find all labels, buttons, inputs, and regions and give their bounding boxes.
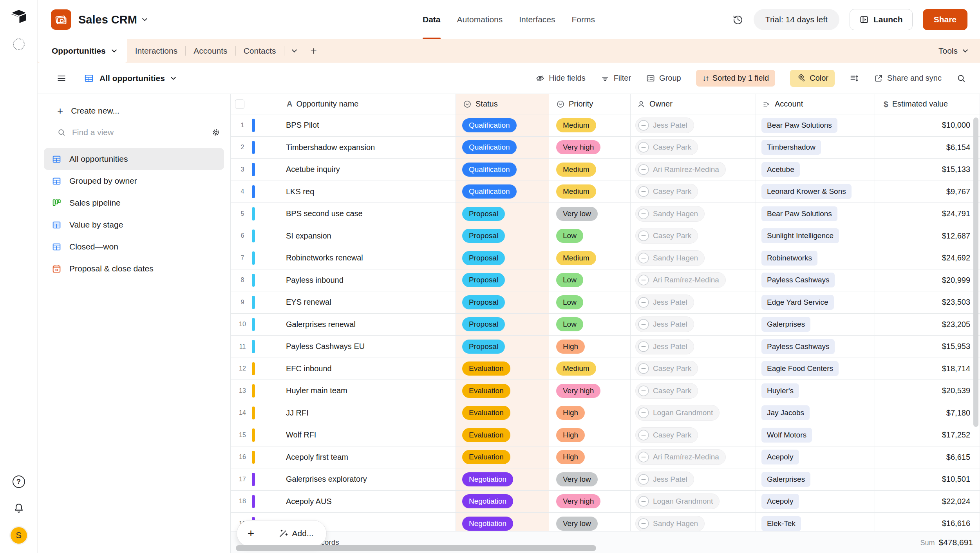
row-number-cell[interactable]: 10 [231,314,281,336]
row-number-cell[interactable]: 14 [231,402,281,424]
estimated-value-cell[interactable]: $6,615 [875,446,980,468]
status-cell[interactable]: Proposal [456,336,549,358]
opportunity-name-cell[interactable]: Payless inbound [281,269,456,291]
estimated-value-cell[interactable]: $10,501 [875,468,980,490]
account-cell[interactable]: Galerprises [756,468,875,490]
opportunity-name-cell[interactable]: Huyler main team [281,380,456,402]
table-row[interactable]: 14JJ RFIEvaluationHighLogan GrandmontJay… [231,402,980,425]
owner-cell[interactable]: Ari Ramírez-Medina [631,446,756,468]
owner-cell[interactable]: Ari Ramírez-Medina [631,269,756,291]
find-view-input[interactable]: Find a view [57,128,220,137]
share-and-sync-button[interactable]: Share and sync [874,74,942,83]
row-number-cell[interactable]: 17 [231,468,281,490]
owner-cell[interactable]: Logan Grandmont [631,402,756,424]
tab-opportunities[interactable]: Opportunities [38,39,127,63]
account-cell[interactable]: Bear Paw Solutions [756,203,875,225]
priority-cell[interactable]: Very high [549,491,631,513]
estimated-value-cell[interactable]: $10,000 [875,114,980,136]
tab-accounts[interactable]: Accounts [186,39,235,63]
status-cell[interactable]: Evaluation [456,380,549,402]
hide-fields-button[interactable]: Hide fields [535,74,585,83]
priority-cell[interactable]: Medium [549,358,631,380]
account-cell[interactable]: Payless Cashways [756,269,875,291]
status-cell[interactable]: Qualification [456,159,549,181]
vertical-scrollbar[interactable] [973,117,978,427]
user-avatar[interactable]: S [11,527,27,544]
row-number-cell[interactable]: 1 [231,114,281,136]
row-number-cell[interactable]: 7 [231,247,281,269]
sidebar-view-closed-won[interactable]: Closed—won [44,236,224,258]
horizontal-scrollbar[interactable] [236,545,596,551]
owner-cell[interactable]: Sandy Hagen [631,247,756,269]
create-new-button[interactable]: + Create new... [57,106,221,116]
opportunity-name-cell[interactable]: EFC inbound [281,358,456,380]
opportunity-name-cell[interactable]: Galerprises exploratory [281,468,456,490]
priority-cell[interactable]: High [549,402,631,424]
tools-menu[interactable]: Tools [938,39,980,63]
owner-cell[interactable]: Logan Grandmont [631,491,756,513]
priority-cell[interactable]: Low [549,291,631,313]
sort-button[interactable]: ↓↑ Sorted by 1 field [696,70,776,87]
priority-cell[interactable]: Medium [549,247,631,269]
priority-cell[interactable]: Very low [549,203,631,225]
status-cell[interactable]: Qualification [456,181,549,203]
notifications-bell-icon[interactable] [13,502,25,514]
column-header-owner[interactable]: Owner [631,94,756,114]
workspace-placeholder-ring[interactable] [13,38,25,50]
nav-tab-interfaces[interactable]: Interfaces [519,0,555,39]
owner-cell[interactable]: Casey Park [631,424,756,446]
estimated-value-cell[interactable]: $15,953 [875,336,980,358]
row-number-cell[interactable]: 16 [231,446,281,468]
sum-summary[interactable]: Sum $478,691 [920,538,973,547]
color-button[interactable]: Color [790,70,835,87]
table-row[interactable]: 6SI expansionProposalLowCasey ParkSunlig… [231,225,980,248]
opportunity-name-cell[interactable]: BPS second use case [281,203,456,225]
owner-cell[interactable]: Jess Patel [631,291,756,313]
owner-cell[interactable]: Casey Park [631,225,756,247]
owner-cell[interactable]: Casey Park [631,358,756,380]
status-cell[interactable]: Evaluation [456,424,549,446]
column-header-priority[interactable]: Priority [549,94,631,114]
row-number-cell[interactable]: 3 [231,159,281,181]
priority-cell[interactable]: Very high [549,137,631,159]
estimated-value-cell[interactable]: $17,252 [875,424,980,446]
table-row[interactable]: 16Acepoly first teamEvaluationHighAri Ra… [231,446,980,469]
status-cell[interactable]: Qualification [456,137,549,159]
opportunity-name-cell[interactable]: LKS req [281,181,456,203]
table-row[interactable]: 18Acepoly AUSNegotiationVery highLogan G… [231,491,980,513]
status-cell[interactable]: Evaluation [456,402,549,424]
tab-contacts[interactable]: Contacts [236,39,284,63]
priority-cell[interactable]: Medium [549,114,631,136]
account-cell[interactable]: Edge Yard Service [756,291,875,313]
estimated-value-cell[interactable]: $15,133 [875,159,980,181]
priority-cell[interactable]: Low [549,225,631,247]
row-number-cell[interactable]: 4 [231,181,281,203]
account-cell[interactable]: Sunlight Intelligence [756,225,875,247]
account-cell[interactable]: Wolf Motors [756,424,875,446]
owner-cell[interactable]: Casey Park [631,380,756,402]
account-cell[interactable]: Acepoly [756,446,875,468]
estimated-value-cell[interactable]: $23,503 [875,291,980,313]
status-cell[interactable]: Evaluation [456,358,549,380]
row-number-cell[interactable]: 13 [231,380,281,402]
opportunity-name-cell[interactable]: Wolf RFI [281,424,456,446]
row-height-button[interactable] [850,74,859,83]
account-cell[interactable]: Acetube [756,159,875,181]
table-row[interactable]: 13Huyler main teamEvaluationVery highCas… [231,380,980,402]
status-cell[interactable]: Negotiation [456,491,549,513]
table-row[interactable]: 17Galerprises exploratoryNegotiationVery… [231,468,980,491]
table-row[interactable]: 11Payless Cashways EUProposalHighJess Pa… [231,336,980,358]
owner-cell[interactable]: Ari Ramírez-Medina [631,159,756,181]
opportunity-name-cell[interactable]: Acepoly AUS [281,491,456,513]
status-cell[interactable]: Evaluation [456,446,549,468]
priority-cell[interactable]: Low [549,269,631,291]
estimated-value-cell[interactable]: $24,692 [875,247,980,269]
row-number-cell[interactable]: 15 [231,424,281,446]
opportunity-name-cell[interactable]: JJ RFI [281,402,456,424]
table-row[interactable]: 7Robinetworks renewalProposalMediumSandy… [231,247,980,269]
status-cell[interactable]: Proposal [456,247,549,269]
launch-button[interactable]: Launch [850,9,913,30]
owner-cell[interactable]: Jess Patel [631,114,756,136]
estimated-value-cell[interactable]: $20,539 [875,380,980,402]
row-number-cell[interactable]: 5 [231,203,281,225]
